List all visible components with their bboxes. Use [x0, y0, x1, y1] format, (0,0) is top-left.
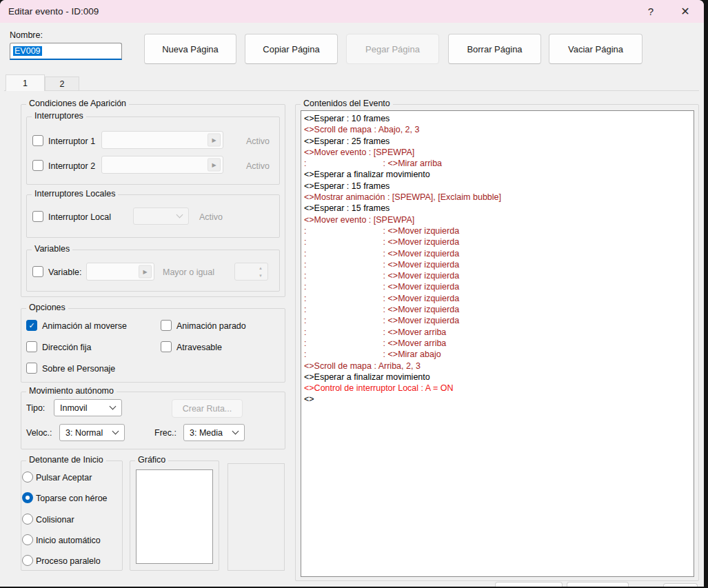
movement-freq-label: Frec.: — [154, 428, 176, 438]
switches-group-title: Interruptores — [32, 111, 86, 121]
footer-accept-button[interactable] — [495, 582, 563, 587]
trigger-action-radio[interactable] — [22, 472, 33, 483]
option-walk-animation-checkbox[interactable] — [26, 320, 37, 331]
option-walk-animation-label: Animación al moverse — [42, 321, 127, 331]
event-command-line[interactable]: : : <>Mover arriba — [304, 327, 691, 338]
variables-group-title: Variables — [32, 244, 72, 254]
event-command-line[interactable]: : : <>Mover izquierda — [304, 236, 691, 247]
footer-cancel-button[interactable] — [567, 582, 629, 587]
event-command-line[interactable]: <>Esperar : 25 frames — [304, 136, 691, 147]
tab-strip-line — [4, 90, 699, 91]
event-command-line[interactable]: : : <>Mover izquierda — [304, 270, 691, 281]
delete-page-button[interactable]: Borrar Página — [448, 34, 541, 64]
new-page-button[interactable]: Nueva Página — [144, 34, 236, 64]
trigger-autostart-label: Inicio automático — [36, 536, 101, 545]
trigger-collision-label: Colisionar — [36, 515, 74, 525]
help-button[interactable]: ? — [640, 0, 661, 23]
close-button[interactable]: ✕ — [675, 0, 696, 23]
chevron-down-icon — [176, 211, 183, 218]
event-command-line[interactable]: <>Mostrar animación : [SPEWPA], [Exclaim… — [304, 192, 691, 203]
switch1-checkbox[interactable] — [32, 135, 43, 146]
event-contents-group-title: Contenidos del Evento — [301, 99, 393, 108]
name-value: EV009 — [13, 46, 42, 56]
switch1-value-field: ▶ — [101, 131, 223, 149]
clear-page-button[interactable]: Vaciar Página — [549, 34, 643, 64]
event-command-line[interactable]: <>Control de interruptor Local : A = ON — [304, 383, 691, 394]
movement-freq-dropdown[interactable]: 3: Media — [183, 424, 245, 441]
event-command-line[interactable]: : : <>Mover izquierda — [304, 304, 691, 315]
graphic-group-title: Gráfico — [135, 455, 168, 465]
trigger-touch-hero-radio[interactable] — [22, 492, 33, 503]
options-group-title: Opciones — [26, 303, 68, 312]
event-command-line[interactable]: <>Mover evento : [SPEWPA] — [304, 147, 691, 158]
trigger-group-title: Detonante de Inicio — [26, 455, 106, 465]
empty-side-panel — [227, 463, 285, 571]
movement-type-label: Tipo: — [26, 403, 45, 413]
local-switch-checkbox[interactable] — [32, 211, 43, 222]
graphic-preview-box[interactable] — [136, 469, 213, 564]
local-switches-group-title: Interruptores Locales — [32, 189, 118, 199]
event-command-line[interactable]: : : <>Mover izquierda — [304, 259, 691, 270]
trigger-parallel-radio[interactable] — [22, 555, 33, 566]
movement-speed-label: Veloc.: — [26, 428, 52, 438]
chevron-down-icon — [112, 427, 119, 434]
event-command-line[interactable]: : : <>Mover izquierda — [304, 225, 691, 236]
event-command-line[interactable]: <>Esperar : 15 frames — [304, 181, 691, 192]
variable-label: Variable: — [48, 267, 81, 277]
option-fixed-direction-label: Dirección fija — [42, 343, 92, 352]
event-command-line[interactable]: : : <>Mover izquierda — [304, 248, 691, 259]
window-title: Editar evento - ID:009 — [8, 0, 99, 23]
event-command-line[interactable]: : : <>Mirar arriba — [304, 158, 691, 169]
local-switch-label: Interruptor Local — [48, 212, 111, 222]
paste-page-button: Pegar Página — [346, 34, 439, 64]
copy-page-button[interactable]: Copiar Página — [245, 34, 338, 64]
switch2-active-label: Activo — [246, 161, 270, 171]
tab-page-1[interactable]: 1 — [6, 74, 45, 91]
event-command-line[interactable]: : : <>Mover izquierda — [304, 315, 691, 326]
option-above-hero-label: Sobre el Personaje — [42, 364, 115, 374]
event-command-line[interactable]: : : <>Mover izquierda — [304, 281, 691, 292]
spinner-up-icon: ▲ — [255, 264, 266, 272]
option-through-checkbox[interactable] — [161, 341, 172, 352]
switch2-checkbox[interactable] — [32, 160, 43, 171]
switch1-picker-icon: ▶ — [208, 134, 221, 147]
spinner-down-icon: ▼ — [255, 272, 266, 279]
trigger-collision-radio[interactable] — [22, 514, 33, 525]
movement-type-dropdown[interactable]: Inmovil — [54, 399, 122, 416]
edit-event-dialog: Editar evento - ID:009 ? ✕ Nombre: EV009… — [0, 0, 704, 587]
event-command-line[interactable]: <>Esperar : 15 frames — [304, 203, 691, 214]
event-command-line[interactable]: <>Mover evento : [SPEWPA] — [304, 214, 691, 225]
variable-amount-spinner: ▲ ▼ — [234, 263, 268, 281]
event-command-line[interactable]: <>Scroll de mapa : Abajo, 2, 3 — [304, 124, 691, 135]
option-through-label: Atravesable — [176, 343, 222, 352]
trigger-action-label: Pulsar Aceptar — [36, 473, 92, 483]
option-step-animation-checkbox[interactable] — [161, 320, 172, 331]
variable-picker-icon: ▶ — [139, 265, 152, 278]
switches-group: Interruptores — [26, 116, 280, 185]
event-command-line[interactable]: : : <>Mover izquierda — [304, 293, 691, 304]
switch2-value-field: ▶ — [101, 156, 223, 174]
create-route-button: Crear Ruta... — [172, 399, 243, 418]
event-command-line[interactable]: : : <>Mover arriba — [304, 338, 691, 349]
event-command-line[interactable]: : : <>Mirar abajo — [304, 349, 691, 360]
name-input[interactable]: EV009 — [10, 43, 122, 60]
event-command-line[interactable]: <>Esperar a finalizar movimiento — [304, 169, 691, 180]
tab-page-2[interactable]: 2 — [45, 77, 79, 91]
event-command-line[interactable]: <> — [304, 394, 691, 405]
switch1-label: Interruptor 1 — [48, 136, 95, 146]
event-command-line[interactable]: <>Scroll de mapa : Arriba, 2, 3 — [304, 361, 691, 372]
event-command-line[interactable]: <>Esperar a finalizar movimiento — [304, 372, 691, 383]
footer-help-button[interactable] — [663, 583, 698, 587]
option-fixed-direction-checkbox[interactable] — [26, 341, 37, 352]
variable-checkbox[interactable] — [32, 266, 43, 277]
switch1-active-label: Activo — [246, 136, 270, 146]
option-above-hero-checkbox[interactable] — [26, 363, 37, 374]
event-list[interactable]: <>Esperar : 10 frames<>Scroll de mapa : … — [301, 110, 694, 577]
movement-speed-dropdown[interactable]: 3: Normal — [59, 424, 125, 441]
trigger-touch-hero-label: Toparse con héroe — [36, 494, 108, 503]
chevron-down-icon — [110, 403, 117, 409]
titlebar[interactable]: Editar evento - ID:009 ? ✕ — [0, 0, 704, 23]
event-command-line[interactable]: <>Esperar : 10 frames — [304, 113, 691, 124]
trigger-parallel-label: Proceso paralelo — [36, 556, 101, 566]
trigger-autostart-radio[interactable] — [22, 534, 33, 545]
